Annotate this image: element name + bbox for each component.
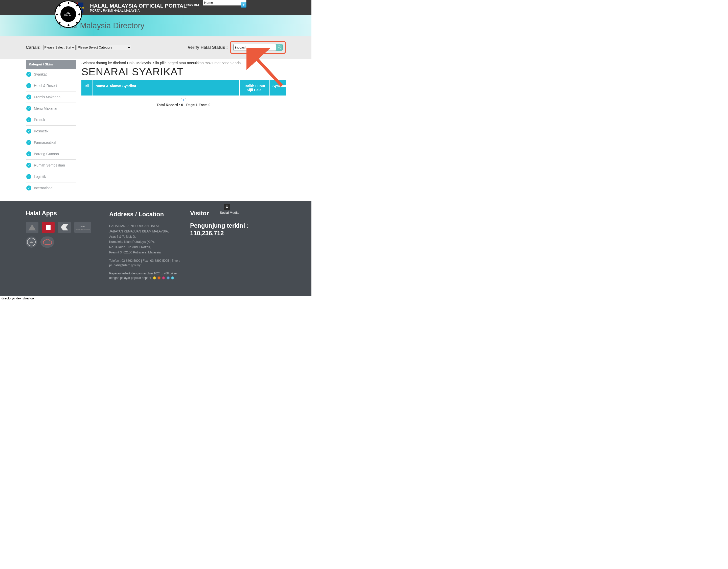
svg-rect-8 [46,225,51,230]
top-bar: JAKIM HALAL MALAYSIA OFFICIAL PORTAL POR… [0,0,311,15]
footer: ⚙ Social Media Halal Apps SSMSURUHANJAYA… [0,201,311,296]
sidebar-item-label: Kosmetik [34,129,49,133]
sidebar-item-syarikat[interactable]: ✓Syarikat [26,69,76,80]
sidebar-item-label: Menu Makanan [34,106,58,110]
addr-line: No. 3 Jalan Tun Abdul Razak, [109,245,183,250]
footer-apps-title: Halal Apps [26,210,102,217]
record-info: Total Record : 0 - Page 1 From 0 [81,103,286,107]
opera-icon [162,277,165,280]
addr-line: JABATAN KEMAJUAN ISLAM MALAYSIA, [109,229,183,234]
sidebar-item-farmaseutikal[interactable]: ✓Farmaseutikal [26,137,76,148]
welcome-text: Selamat datang ke direktori Halal Malays… [81,61,286,65]
addr-line: BAHAGIAN PENGURUSAN HALAL, [109,224,183,229]
search-highlight-box [230,41,286,54]
app-link-3[interactable] [58,222,71,233]
contact-line: Telefon : 03-8892 5000 | Fax : 03-8892 5… [109,259,183,268]
check-icon: ✓ [26,117,31,122]
banner: Halal Malaysia Directory [0,15,311,36]
check-icon: ✓ [26,106,31,111]
addr-line: Aras 6 & 7, Blok D, [109,235,183,239]
sidebar-item-label: Logistik [34,175,46,179]
check-icon: ✓ [26,129,31,134]
sidebar-item-label: Premis Makanan [34,95,60,99]
sidebar-header: Kategori / Skim [26,60,76,69]
sidebar-item-rumah[interactable]: ✓Rumah Sembelihan [26,160,76,171]
sidebar-item-hotel[interactable]: ✓Hotel & Resort [26,80,76,92]
settings-button[interactable]: ⚙ [224,204,230,210]
chrome-icon [153,277,156,280]
svg-text:SSM: SSM [80,225,85,228]
check-icon: ✓ [26,95,31,100]
svg-line-6 [280,48,281,49]
resolution-line: Paparan terbaik dengan resolusi 1024 x 7… [109,271,183,280]
safari-icon [171,277,174,280]
footer-visitor: Visitor Pengunjung terkini : 110,236,712 [190,210,249,281]
search-icon [278,45,281,50]
sidebar-item-menu[interactable]: ✓Menu Makanan [26,103,76,114]
col-syarikat: Syarikat [270,80,286,96]
gear-icon: ⚙ [225,205,229,209]
footer-apps: Halal Apps SSMSURUHANJAYA SYARIKAT [26,210,102,281]
verify-search-input[interactable] [233,44,276,51]
svg-marker-9 [61,224,68,231]
portal-title: HALAL MALAYSIA OFFICIAL PORTAL [90,3,187,9]
sidebar-item-premis[interactable]: ✓Premis Makanan [26,92,76,103]
footer-address-title: Address / Location [109,210,183,219]
visitor-label: Pengunjung terkini : [190,222,249,230]
check-icon: ✓ [26,186,31,191]
page-1-link[interactable]: 1 [183,98,185,102]
app-link-5[interactable] [26,237,37,248]
footer-visitor-title: Visitor [190,210,249,217]
col-nama: Nama & Alamat Syarikat [93,80,240,96]
sidebar-item-barang[interactable]: ✓Barang Gunaan [26,148,76,160]
table-header: Bil Nama & Alamat Syarikat Tarikh Luput … [81,80,286,96]
main-content: Selamat datang ke direktori Halal Malays… [81,59,286,194]
check-icon: ✓ [26,174,31,179]
sidebar-item-kosmetik[interactable]: ✓Kosmetik [26,126,76,137]
check-icon: ✓ [26,140,31,145]
col-bil: Bil [81,80,93,96]
sidebar-item-label: Farmaseutikal [34,141,56,145]
sidebar-item-logistik[interactable]: ✓Logistik [26,171,76,183]
sidebar: Kategori / Skim ✓Syarikat ✓Hotel & Resor… [26,59,76,194]
check-icon: ✓ [26,83,31,88]
sidebar-item-label: Produk [34,118,45,122]
addr-line: Presint 3, 62100 Putrajaya, Malaysia. [109,250,183,255]
sidebar-item-international[interactable]: ✓International [26,183,76,194]
portal-title-block: HALAL MALAYSIA OFFICIAL PORTAL PORTAL RA… [90,3,187,12]
lang-eng-link[interactable]: ENG [186,3,193,7]
col-tarikh: Tarikh Luput Sijil Halal [240,80,270,96]
ie-icon [167,277,170,280]
svg-text:SURUHANJAYA SYARIKAT: SURUHANJAYA SYARIKAT [76,229,90,230]
filter-bar: Carian: Please Select State Please Selec… [0,36,311,59]
sidebar-item-label: Rumah Sembelihan [34,163,65,167]
nav-select[interactable]: Home [203,0,246,6]
halal-logo: حلالHALAL [55,1,82,28]
list-title: SENARAI SYARIKAT [81,66,286,78]
sidebar-item-label: Syarikat [34,72,47,76]
check-icon: ✓ [26,151,31,156]
svg-point-5 [278,46,280,48]
app-link-6[interactable] [40,237,54,248]
firefox-icon [157,277,161,280]
category-select[interactable]: Please Select Category [77,45,131,50]
lang-bm-link[interactable]: BM [194,3,199,7]
search-button[interactable] [276,44,283,51]
check-icon: ✓ [26,72,31,77]
page-title: Halal Malaysia Directory [60,21,286,30]
state-select[interactable]: Please Select State [43,45,76,50]
sidebar-item-produk[interactable]: ✓Produk [26,114,76,126]
addr-line: Kompleks Islam Putrajaya (KIP), [109,240,183,244]
sidebar-item-label: Barang Gunaan [34,152,59,156]
sidebar-item-label: International [34,186,53,190]
footer-address: Address / Location BAHAGIAN PENGURUSAN H… [109,210,183,281]
app-link-2[interactable] [42,222,55,233]
sidebar-item-label: Hotel & Resort [34,84,57,88]
app-link-4[interactable]: SSMSURUHANJAYA SYARIKAT [74,222,91,233]
app-link-1[interactable] [26,222,38,233]
portal-subtitle: PORTAL RASMI HALAL MALAYSIA [90,9,187,12]
verify-halal-label: Verify Halal Status : [188,45,228,50]
check-icon: ✓ [26,163,31,168]
pager: [ 1 ] [81,98,286,102]
status-bar: directory/index_directory [0,296,311,301]
